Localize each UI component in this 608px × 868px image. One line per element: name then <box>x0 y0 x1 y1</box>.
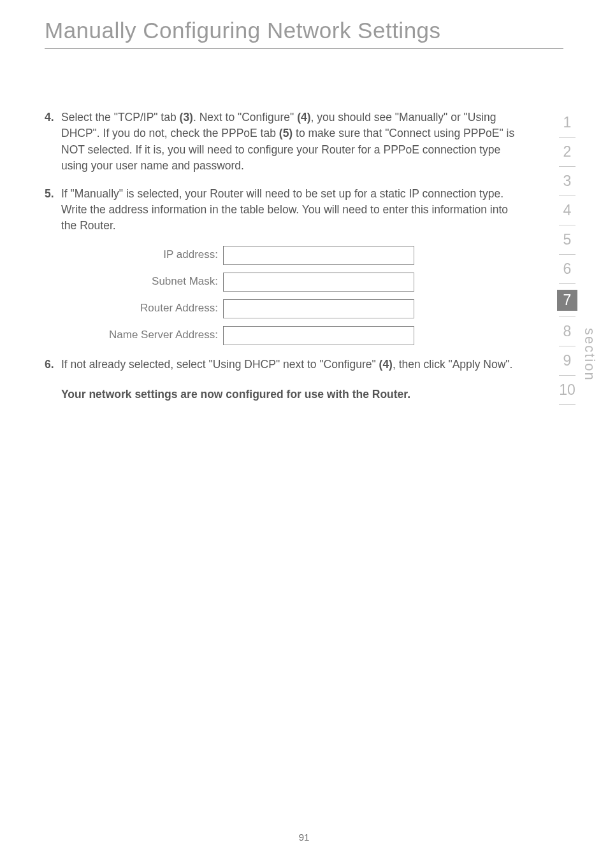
input-router[interactable] <box>223 299 414 318</box>
step-5: 5. If "Manually" is selected, your Route… <box>45 186 525 234</box>
step-6-t2: , then click "Apply Now". <box>393 358 512 371</box>
side-4: 4 <box>544 196 590 225</box>
page-number: 91 <box>0 832 608 843</box>
step-4-b2: (4) <box>297 111 310 124</box>
main-content: 4. Select the "TCP/IP" tab (3). Next to … <box>0 49 608 402</box>
section-sidebar: 1 2 3 4 5 6 7 8 9 10 section <box>544 108 590 405</box>
step-6-b1: (4) <box>379 358 393 371</box>
step-4-t2: . Next to "Configure" <box>193 111 297 124</box>
row-subnet: Subnet Mask: <box>96 273 525 292</box>
row-dns: Name Server Address: <box>96 326 525 345</box>
side-sep <box>559 283 575 284</box>
side-3: 3 <box>544 167 590 196</box>
label-dns: Name Server Address: <box>96 327 223 343</box>
step-5-num: 5. <box>45 186 61 234</box>
input-subnet[interactable] <box>223 273 414 292</box>
label-ip: IP address: <box>96 247 223 263</box>
side-1: 1 <box>544 108 590 137</box>
step-6: 6. If not already selected, select "Usin… <box>45 357 525 373</box>
step-6-t1: If not already selected, select "Using D… <box>61 358 379 371</box>
section-label: section <box>581 328 598 381</box>
row-ip: IP address: <box>96 246 525 265</box>
row-router: Router Address: <box>96 299 525 318</box>
input-ip[interactable] <box>223 246 414 265</box>
step-6-body: If not already selected, select "Using D… <box>61 357 525 373</box>
step-4-b1: (3) <box>180 111 193 124</box>
label-router: Router Address: <box>96 301 223 317</box>
input-dns[interactable] <box>223 326 414 345</box>
step-5-body: If "Manually" is selected, your Router w… <box>61 186 525 234</box>
side-6: 6 <box>544 255 590 283</box>
address-form: IP address: Subnet Mask: Router Address:… <box>96 246 525 345</box>
step-4: 4. Select the "TCP/IP" tab (3). Next to … <box>45 110 525 174</box>
step-6-num: 6. <box>45 357 61 373</box>
side-5: 5 <box>544 225 590 254</box>
step-4-body: Select the "TCP/IP" tab (3). Next to "Co… <box>61 110 525 174</box>
step-4-t1: Select the "TCP/IP" tab <box>61 111 180 124</box>
conclusion: Your network settings are now configured… <box>61 387 525 402</box>
side-2: 2 <box>544 138 590 166</box>
step-4-b3: (5) <box>279 127 293 139</box>
label-subnet: Subnet Mask: <box>96 274 223 290</box>
side-7-current: 7 <box>557 290 577 311</box>
page-title: Manually Configuring Network Settings <box>0 0 608 48</box>
step-4-num: 4. <box>45 110 61 174</box>
side-sep <box>559 404 575 405</box>
